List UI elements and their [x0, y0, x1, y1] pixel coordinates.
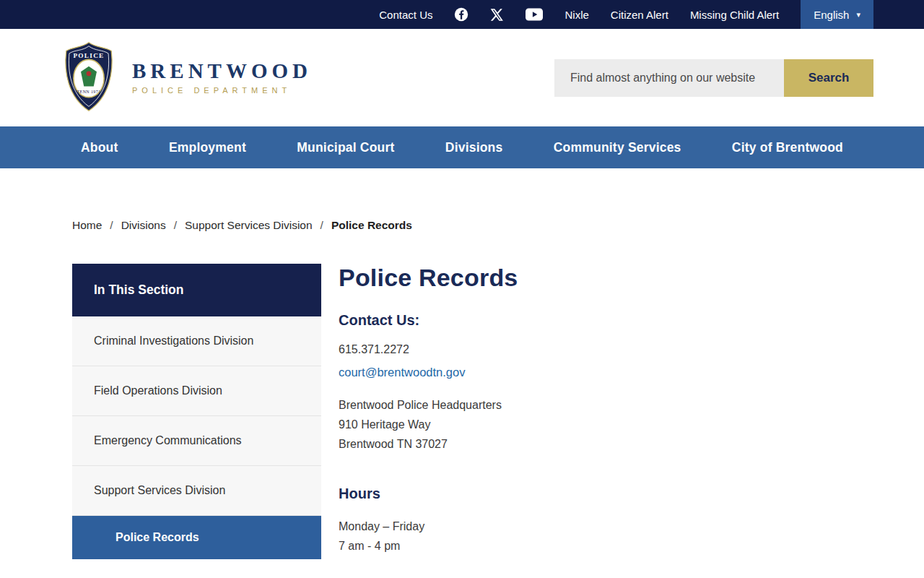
breadcrumb-divisions[interactable]: Divisions — [121, 219, 166, 232]
breadcrumb-separator: / — [110, 219, 113, 232]
language-selector[interactable]: English ▾ — [801, 0, 873, 29]
sidebar-item-criminal-investigations[interactable]: Criminal Investigations Division — [72, 316, 321, 366]
brand-name: BRENTWOOD — [132, 61, 312, 82]
sidebar-title: In This Section — [72, 264, 321, 316]
topbar: Contact Us Nixle Citizen Alert Missing C… — [0, 0, 924, 29]
site-search: Search — [554, 59, 873, 97]
breadcrumb-separator: / — [321, 219, 323, 232]
sidebar-item-emergency-communications[interactable]: Emergency Communications — [72, 416, 321, 466]
page-title: Police Records — [339, 264, 873, 292]
sidebar-item-field-operations[interactable]: Field Operations Division — [72, 366, 321, 416]
facebook-icon[interactable] — [454, 7, 468, 22]
sidebar-item-support-services[interactable]: Support Services Division — [72, 466, 321, 516]
search-button[interactable]: Search — [784, 59, 873, 97]
x-twitter-icon[interactable] — [490, 8, 504, 22]
address-line-1: Brentwood Police Headquarters — [339, 399, 502, 411]
hours-days: Monday – Friday — [339, 517, 873, 536]
nav-item-municipal-court[interactable]: Municipal Court — [297, 140, 394, 155]
main-content: Police Records Contact Us: 615.371.2272 … — [339, 264, 873, 556]
main-navigation: About Employment Municipal Court Divisio… — [0, 126, 924, 168]
content: In This Section Criminal Investigations … — [72, 264, 873, 559]
hours-times: 7 am - 4 pm — [339, 536, 873, 556]
nav-item-community-services[interactable]: Community Services — [554, 140, 681, 155]
nav-item-about[interactable]: About — [81, 140, 118, 155]
breadcrumb: Home / Divisions / Support Services Divi… — [72, 219, 873, 232]
address-block: Brentwood Police Headquarters 910 Herita… — [339, 395, 873, 454]
citizen-alert-link[interactable]: Citizen Alert — [611, 9, 668, 21]
nav-item-employment[interactable]: Employment — [169, 140, 246, 155]
hours-block: Hours Monday – Friday 7 am - 4 pm — [339, 486, 873, 556]
contact-heading: Contact Us: — [339, 312, 873, 329]
email-link[interactable]: court@brentwoodtn.gov — [339, 366, 465, 379]
hours-heading: Hours — [339, 486, 873, 502]
police-badge-logo: POLICE TENN 1971 — [61, 40, 116, 116]
address-line-2: 910 Heritage Way — [339, 418, 430, 431]
missing-child-alert-link[interactable]: Missing Child Alert — [690, 9, 779, 21]
chevron-down-icon: ▾ — [856, 10, 860, 20]
nixle-link[interactable]: Nixle — [565, 9, 588, 21]
svg-text:POLICE: POLICE — [73, 51, 104, 59]
address-line-3: Brentwood TN 37027 — [339, 438, 448, 450]
breadcrumb-home[interactable]: Home — [72, 219, 102, 232]
nav-item-divisions[interactable]: Divisions — [445, 140, 503, 155]
brand-text: BRENTWOOD POLICE DEPARTMENT — [132, 61, 312, 95]
phone-number: 615.371.2272 — [339, 343, 873, 356]
youtube-icon[interactable] — [526, 8, 543, 21]
breadcrumb-separator: / — [174, 219, 177, 232]
nav-item-city-of-brentwood[interactable]: City of Brentwood — [732, 140, 843, 155]
sidebar-item-police-records-active[interactable]: Police Records — [72, 516, 321, 559]
brand-subtitle: POLICE DEPARTMENT — [132, 86, 312, 95]
site-header: POLICE TENN 1971 BRENTWOOD POLICE DEPART… — [0, 29, 924, 126]
section-sidebar: In This Section Criminal Investigations … — [72, 264, 321, 559]
breadcrumb-current: Police Records — [331, 219, 412, 232]
language-label: English — [814, 9, 849, 21]
breadcrumb-support-services[interactable]: Support Services Division — [185, 219, 313, 232]
brand-home-link[interactable]: POLICE TENN 1971 BRENTWOOD POLICE DEPART… — [61, 40, 312, 116]
search-input[interactable] — [554, 59, 784, 97]
contact-us-link[interactable]: Contact Us — [379, 9, 432, 21]
svg-text:TENN 1971: TENN 1971 — [77, 89, 101, 93]
